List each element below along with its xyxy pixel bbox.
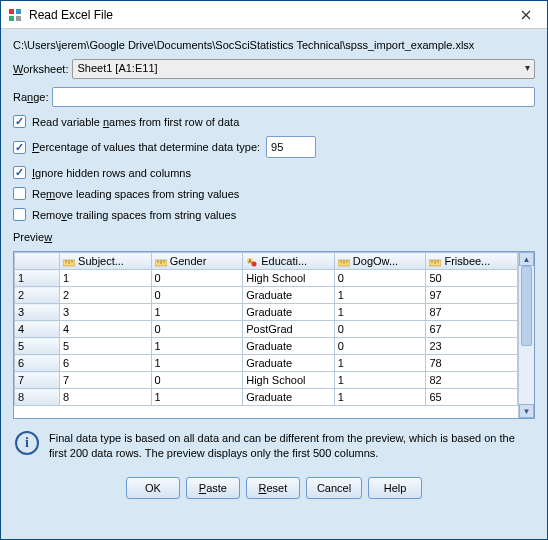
- pct-type-label: Percentage of values that determine data…: [32, 141, 260, 153]
- read-names-checkbox[interactable]: [13, 115, 26, 128]
- cell[interactable]: 4: [60, 321, 152, 338]
- cell[interactable]: 1: [334, 372, 426, 389]
- ruler-icon: [155, 257, 167, 267]
- close-button[interactable]: [511, 5, 541, 25]
- preview-label: Preview: [13, 231, 535, 243]
- worksheet-select[interactable]: Sheet1 [A1:E11]: [72, 59, 535, 79]
- row-header[interactable]: 2: [15, 287, 60, 304]
- range-input[interactable]: [52, 87, 535, 107]
- option-read-names: Read variable names from first row of da…: [13, 115, 535, 128]
- svg-rect-2: [9, 16, 14, 21]
- row-header[interactable]: 4: [15, 321, 60, 338]
- row-header[interactable]: 8: [15, 389, 60, 406]
- titlebar: Read Excel File: [1, 1, 547, 29]
- cell[interactable]: Graduate: [243, 338, 335, 355]
- scroll-down-arrow[interactable]: ▼: [519, 404, 534, 418]
- ok-button[interactable]: OK: [126, 477, 180, 499]
- file-path: C:\Users\jerem\Google Drive\Documents\So…: [13, 39, 535, 51]
- cell[interactable]: 0: [151, 372, 243, 389]
- table-row: 551Graduate023: [15, 338, 518, 355]
- row-header[interactable]: 7: [15, 372, 60, 389]
- cell[interactable]: 3: [60, 304, 152, 321]
- cell[interactable]: 65: [426, 389, 518, 406]
- corner-cell: [15, 253, 60, 270]
- option-remove-leading: Remove leading spaces from string values: [13, 187, 535, 200]
- cell[interactable]: 50: [426, 270, 518, 287]
- cell[interactable]: 1: [334, 389, 426, 406]
- cell[interactable]: High School: [243, 270, 335, 287]
- cell[interactable]: 82: [426, 372, 518, 389]
- dialog-content: C:\Users\jerem\Google Drive\Documents\So…: [1, 29, 547, 539]
- vertical-scrollbar[interactable]: ▲ ▼: [518, 252, 534, 418]
- ruler-icon: [338, 257, 350, 267]
- cell[interactable]: 1: [60, 270, 152, 287]
- cell[interactable]: 8: [60, 389, 152, 406]
- reset-button[interactable]: Reset: [246, 477, 300, 499]
- col-header[interactable]: Gender: [151, 253, 243, 270]
- remove-leading-label: Remove leading spaces from string values: [32, 188, 239, 200]
- table-row: 110High School050: [15, 270, 518, 287]
- cell[interactable]: 1: [151, 304, 243, 321]
- cell[interactable]: Graduate: [243, 304, 335, 321]
- cell[interactable]: 0: [151, 321, 243, 338]
- cell[interactable]: 0: [151, 287, 243, 304]
- ruler-icon: [429, 257, 441, 267]
- row-header[interactable]: 5: [15, 338, 60, 355]
- table-row: 881Graduate165: [15, 389, 518, 406]
- cell[interactable]: 0: [334, 321, 426, 338]
- cell[interactable]: 1: [334, 355, 426, 372]
- cell[interactable]: 2: [60, 287, 152, 304]
- col-header[interactable]: A Educati...: [243, 253, 335, 270]
- cell[interactable]: 6: [60, 355, 152, 372]
- pct-type-checkbox[interactable]: [13, 141, 26, 154]
- row-header[interactable]: 6: [15, 355, 60, 372]
- cell[interactable]: 0: [151, 270, 243, 287]
- header-row: Subject... Gender A Educati... DogOw... …: [15, 253, 518, 270]
- cell[interactable]: 1: [151, 389, 243, 406]
- cell[interactable]: 67: [426, 321, 518, 338]
- help-button[interactable]: Help: [368, 477, 422, 499]
- cell[interactable]: 78: [426, 355, 518, 372]
- cell[interactable]: 5: [60, 338, 152, 355]
- table-row: 331Graduate187: [15, 304, 518, 321]
- cell[interactable]: Graduate: [243, 287, 335, 304]
- cell[interactable]: 0: [334, 270, 426, 287]
- cell[interactable]: 1: [334, 287, 426, 304]
- range-row: Range:: [13, 87, 535, 107]
- option-ignore-hidden: Ignore hidden rows and columns: [13, 166, 535, 179]
- option-pct-type: Percentage of values that determine data…: [13, 136, 535, 158]
- row-header[interactable]: 3: [15, 304, 60, 321]
- row-header[interactable]: 1: [15, 270, 60, 287]
- cell[interactable]: Graduate: [243, 389, 335, 406]
- range-label: Range:: [13, 91, 48, 103]
- remove-trailing-checkbox[interactable]: [13, 208, 26, 221]
- cell[interactable]: 0: [334, 338, 426, 355]
- cell[interactable]: 23: [426, 338, 518, 355]
- svg-rect-1: [16, 9, 21, 14]
- cell[interactable]: High School: [243, 372, 335, 389]
- cell[interactable]: 87: [426, 304, 518, 321]
- info-icon: i: [15, 431, 39, 455]
- window-title: Read Excel File: [29, 8, 511, 22]
- cell[interactable]: 1: [334, 304, 426, 321]
- ignore-hidden-checkbox[interactable]: [13, 166, 26, 179]
- col-header[interactable]: DogOw...: [334, 253, 426, 270]
- pct-type-input[interactable]: [266, 136, 316, 158]
- paste-button[interactable]: Paste: [186, 477, 240, 499]
- cell[interactable]: PostGrad: [243, 321, 335, 338]
- option-remove-trailing: Remove trailing spaces from string value…: [13, 208, 535, 221]
- svg-point-13: [252, 262, 257, 267]
- col-header[interactable]: Subject...: [60, 253, 152, 270]
- cancel-button[interactable]: Cancel: [306, 477, 362, 499]
- cell[interactable]: 7: [60, 372, 152, 389]
- button-row: OK Paste Reset Cancel Help: [13, 473, 535, 501]
- cell[interactable]: Graduate: [243, 355, 335, 372]
- scroll-up-arrow[interactable]: ▲: [519, 252, 534, 266]
- cell[interactable]: 1: [151, 338, 243, 355]
- remove-leading-checkbox[interactable]: [13, 187, 26, 200]
- cell[interactable]: 1: [151, 355, 243, 372]
- cell[interactable]: 97: [426, 287, 518, 304]
- note-text: Final data type is based on all data and…: [49, 431, 535, 461]
- col-header[interactable]: Frisbee...: [426, 253, 518, 270]
- scroll-thumb[interactable]: [521, 266, 532, 346]
